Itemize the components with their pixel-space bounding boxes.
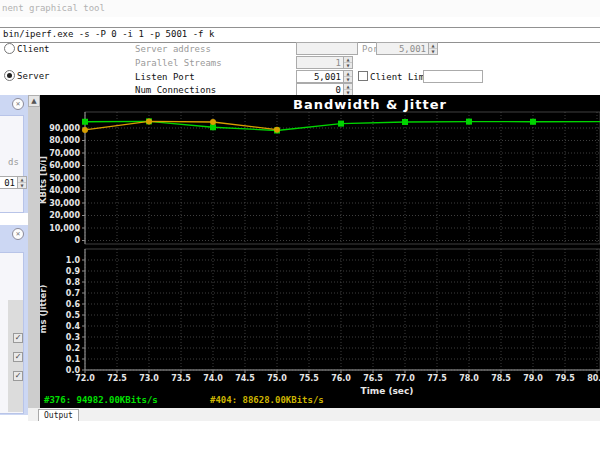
parallel-streams-spinner[interactable]: 1 ▲▼ bbox=[296, 56, 353, 69]
server-address-label: Server address bbox=[135, 44, 211, 54]
checkbox-check-icon[interactable]: ✓ bbox=[13, 333, 23, 343]
chevron-down-icon[interactable]: ▼ bbox=[429, 49, 437, 54]
port-spinner[interactable]: 5,001 ▲▼ bbox=[376, 42, 438, 55]
svg-text:10,000: 10,000 bbox=[49, 224, 80, 233]
client-radio-label: Client bbox=[17, 44, 50, 54]
svg-text:30,000: 30,000 bbox=[49, 199, 80, 208]
svg-text:70,000: 70,000 bbox=[49, 149, 80, 158]
radio-dot-icon bbox=[7, 73, 12, 78]
client-radio[interactable] bbox=[4, 43, 15, 54]
svg-text:ms (Jitter): ms (Jitter) bbox=[40, 284, 48, 333]
listen-port-label: Listen Port bbox=[135, 72, 195, 82]
svg-text:0.5: 0.5 bbox=[66, 311, 81, 320]
parallel-streams-label: Parallel Streams bbox=[135, 58, 222, 68]
left-panel-fragment-1: ✕ ds 01 ▲▼ bbox=[0, 95, 30, 213]
svg-text:40,000: 40,000 bbox=[49, 186, 80, 195]
chevron-down-icon[interactable]: ▼ bbox=[18, 183, 26, 188]
svg-text:90,000: 90,000 bbox=[49, 124, 80, 133]
server-radio[interactable] bbox=[4, 70, 15, 81]
svg-text:72.0: 72.0 bbox=[75, 374, 95, 383]
svg-text:78.0: 78.0 bbox=[459, 374, 479, 383]
svg-text:0.4: 0.4 bbox=[66, 322, 81, 331]
svg-text:73.5: 73.5 bbox=[171, 374, 191, 383]
panel1-spinner-value: 01 bbox=[0, 177, 17, 188]
iperf-command-field[interactable]: bin/iperf.exe -s -P 0 -i 1 -p 5001 -f k bbox=[0, 27, 600, 43]
legend-entry-404: #404: 88628.00KBits/s bbox=[210, 395, 324, 405]
svg-text:Bandwidth & Jitter: Bandwidth & Jitter bbox=[293, 97, 447, 112]
close-icon[interactable]: ✕ bbox=[12, 228, 24, 240]
svg-text:Time (sec): Time (sec) bbox=[361, 386, 414, 396]
server-radio-label: Server bbox=[17, 71, 50, 81]
listen-port-spinner[interactable]: 5,001 ▲▼ bbox=[296, 70, 353, 83]
client-limit-checkbox[interactable] bbox=[358, 71, 368, 81]
vertical-scrollbar[interactable] bbox=[28, 95, 40, 408]
svg-text:77.0: 77.0 bbox=[395, 374, 415, 383]
panel1-spinner-fragment[interactable]: 01 ▲▼ bbox=[0, 176, 27, 189]
svg-text:76.0: 76.0 bbox=[331, 374, 351, 383]
legend-entry-376: #376: 94982.00KBits/s bbox=[44, 395, 158, 405]
chevron-down-icon[interactable]: ▼ bbox=[344, 63, 352, 68]
server-address-field[interactable] bbox=[296, 42, 358, 55]
checkbox-check-icon[interactable]: ✓ bbox=[13, 371, 23, 381]
bottom-tab-bar bbox=[28, 408, 600, 422]
scroll-up-icon[interactable]: ▲ bbox=[28, 95, 40, 107]
svg-text:74.0: 74.0 bbox=[203, 374, 223, 383]
svg-text:KBits [b/i]: KBits [b/i] bbox=[40, 156, 48, 204]
svg-text:60,000: 60,000 bbox=[49, 161, 80, 170]
svg-text:0: 0 bbox=[74, 236, 80, 245]
svg-text:73.0: 73.0 bbox=[139, 374, 159, 383]
svg-text:0.2: 0.2 bbox=[66, 344, 80, 353]
svg-text:0.6: 0.6 bbox=[66, 300, 81, 309]
svg-text:78.5: 78.5 bbox=[491, 374, 511, 383]
svg-text:1.0: 1.0 bbox=[66, 256, 81, 265]
output-console-area bbox=[0, 421, 600, 450]
parallel-streams-value: 1 bbox=[297, 57, 343, 68]
chevron-down-icon[interactable]: ▼ bbox=[344, 77, 352, 82]
checkbox-check-icon[interactable]: ✓ bbox=[13, 352, 23, 362]
svg-text:0.0: 0.0 bbox=[66, 366, 81, 375]
window-title-text: nent graphical tool bbox=[2, 3, 105, 13]
svg-text:0.3: 0.3 bbox=[66, 333, 80, 342]
svg-text:72.5: 72.5 bbox=[107, 374, 127, 383]
svg-text:0.1: 0.1 bbox=[66, 355, 81, 364]
svg-text:50,000: 50,000 bbox=[49, 174, 80, 183]
client-limit-field[interactable] bbox=[423, 70, 483, 83]
svg-text:0.9: 0.9 bbox=[66, 267, 81, 276]
left-panel-fragment-2: ✕ ✓ ✓ ✓ bbox=[0, 225, 30, 415]
svg-text:75.5: 75.5 bbox=[299, 374, 319, 383]
svg-text:20,000: 20,000 bbox=[49, 211, 80, 220]
num-connections-value: 0 bbox=[297, 84, 343, 95]
svg-text:77.5: 77.5 bbox=[427, 374, 447, 383]
chart-canvas: 72.072.573.073.574.074.575.075.576.076.5… bbox=[40, 95, 600, 408]
close-icon[interactable]: ✕ bbox=[12, 98, 24, 110]
svg-text:0.8: 0.8 bbox=[66, 278, 81, 287]
svg-text:74.5: 74.5 bbox=[235, 374, 255, 383]
svg-text:75.0: 75.0 bbox=[267, 374, 287, 383]
svg-text:80.0: 80.0 bbox=[587, 374, 600, 383]
port-value: 5,001 bbox=[377, 43, 428, 54]
svg-text:76.5: 76.5 bbox=[363, 374, 383, 383]
svg-text:79.0: 79.0 bbox=[523, 374, 543, 383]
svg-text:80,000: 80,000 bbox=[49, 136, 80, 145]
window-title-bar: nent graphical tool bbox=[0, 0, 600, 17]
svg-text:0.7: 0.7 bbox=[66, 289, 80, 298]
num-connections-label: Num Connections bbox=[135, 85, 216, 95]
svg-text:79.5: 79.5 bbox=[555, 374, 575, 383]
listen-port-value: 5,001 bbox=[297, 71, 343, 82]
panel1-label-fragment: ds bbox=[8, 157, 19, 167]
bandwidth-jitter-chart: 72.072.573.073.574.074.575.075.576.076.5… bbox=[40, 95, 600, 408]
